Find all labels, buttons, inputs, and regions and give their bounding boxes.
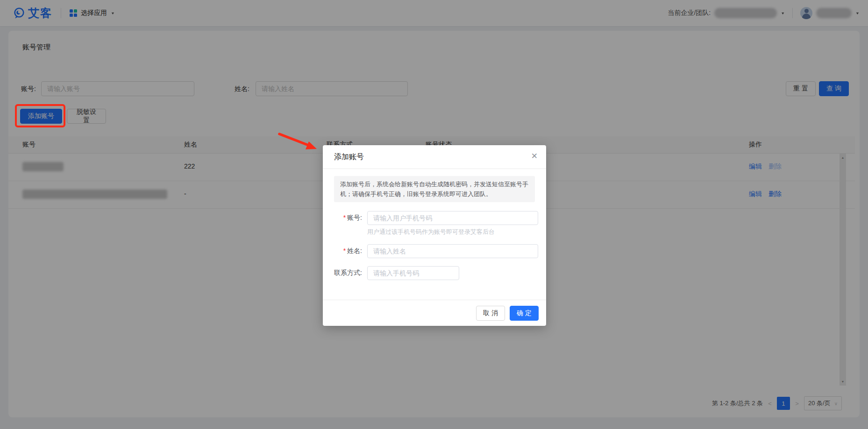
modal-header: 添加账号 ✕ [323,145,546,169]
cancel-button[interactable]: 取 消 [476,306,505,321]
add-account-modal: 添加账号 ✕ 添加账号后，系统会给新账号自动生成随机密码，并发送短信至账号手机；… [323,145,546,326]
required-mark: * [343,247,346,254]
name-input[interactable] [367,244,538,258]
required-mark: * [343,214,346,221]
name-field-label: *姓名: [323,247,362,255]
confirm-button[interactable]: 确 定 [510,306,539,321]
close-icon[interactable]: ✕ [531,151,538,161]
annotation-arrow-icon [275,130,321,154]
annotation-highlight-box [15,104,65,127]
account-help-text: 用户通过该手机号码作为账号即可登录艾客后台 [367,228,495,236]
account-field-label: *账号: [323,214,362,222]
modal-title: 添加账号 [334,152,364,162]
modal-footer: 取 消 确 定 [323,300,546,326]
contact-field-label: 联系方式: [323,269,362,277]
modal-notice: 添加账号后，系统会给新账号自动生成随机密码，并发送短信至账号手机；请确保手机号正… [334,176,535,202]
account-phone-input[interactable] [367,211,538,225]
screen: 艾客 选择应用 ▼ 当前企业/团队: ▼ ▼ 账号管理 [0,0,868,429]
contact-phone-input[interactable] [367,266,459,280]
